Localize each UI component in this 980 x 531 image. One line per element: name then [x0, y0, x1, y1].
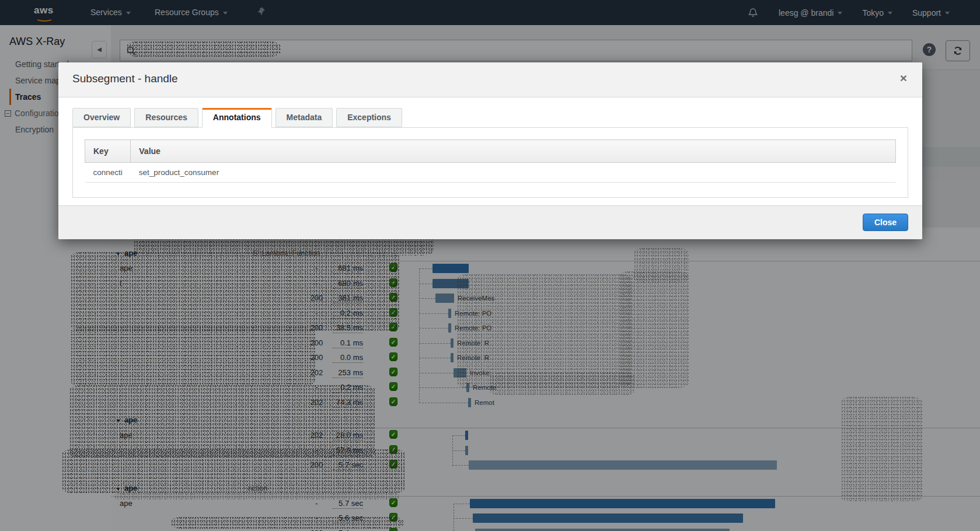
column-header-value: Value [131, 140, 896, 163]
modal-body: OverviewResourcesAnnotationsMetadataExce… [58, 97, 922, 198]
tab-overview[interactable]: Overview [72, 108, 131, 127]
tab-exceptions[interactable]: Exceptions [336, 108, 402, 127]
annotation-key: connecti [85, 163, 131, 183]
annotations-table: Key Value connecti set_product_consumer [85, 139, 896, 183]
modal-header: Subsegment - handle × [58, 62, 922, 97]
modal-title: Subsegment - handle [72, 72, 178, 85]
annotation-value: set_product_consumer [131, 163, 896, 183]
modal-footer: Close [58, 205, 922, 239]
modal-tabs: OverviewResourcesAnnotationsMetadataExce… [72, 108, 908, 128]
table-row: connecti set_product_consumer [85, 163, 896, 183]
close-button[interactable]: Close [863, 214, 908, 231]
close-icon[interactable]: × [900, 72, 907, 84]
column-header-key: Key [85, 140, 131, 163]
tab-resources[interactable]: Resources [134, 108, 198, 127]
aws-console-page: aws Services Resource Groups leesg @ bra… [0, 0, 980, 531]
annotations-panel: Key Value connecti set_product_consumer [72, 128, 908, 198]
tab-annotations[interactable]: Annotations [202, 108, 272, 128]
subsegment-modal: Subsegment - handle × OverviewResourcesA… [58, 62, 922, 239]
tab-metadata[interactable]: Metadata [275, 108, 333, 127]
